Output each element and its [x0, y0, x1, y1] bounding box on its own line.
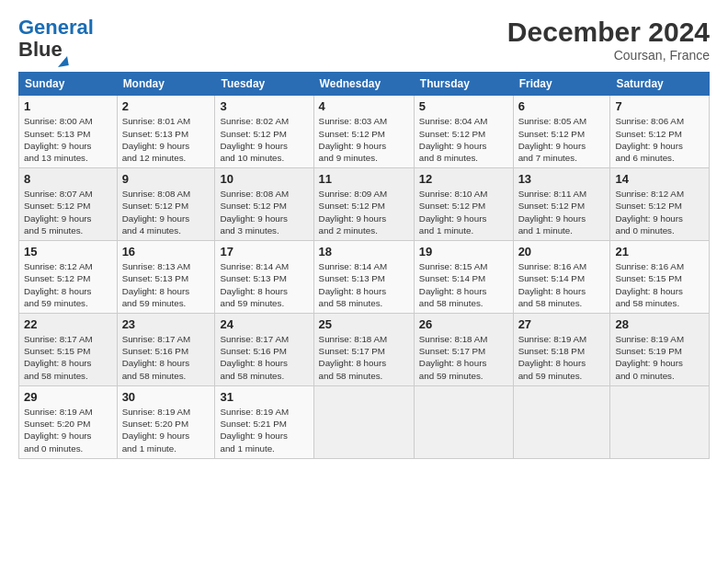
day-number: 30 — [122, 390, 210, 404]
calendar-day-cell: 31Sunrise: 8:19 AM Sunset: 5:21 PM Dayli… — [215, 385, 313, 458]
day-info: Sunrise: 8:13 AM Sunset: 5:13 PM Dayligh… — [122, 260, 210, 309]
logo-general: General — [18, 16, 94, 39]
day-number: 7 — [615, 99, 704, 113]
calendar-day-cell — [610, 385, 710, 458]
day-number: 25 — [319, 317, 409, 331]
day-info: Sunrise: 8:09 AM Sunset: 5:12 PM Dayligh… — [319, 188, 409, 236]
day-number: 2 — [122, 99, 210, 113]
day-number: 17 — [220, 245, 308, 259]
day-number: 29 — [24, 390, 112, 404]
calendar-week-row: 15Sunrise: 8:12 AM Sunset: 5:12 PM Dayli… — [19, 241, 710, 314]
day-info: Sunrise: 8:02 AM Sunset: 5:12 PM Dayligh… — [220, 115, 308, 164]
day-info: Sunrise: 8:14 AM Sunset: 5:13 PM Dayligh… — [220, 260, 308, 309]
logo-arrow-icon — [56, 56, 69, 67]
calendar-day-cell: 30Sunrise: 8:19 AM Sunset: 5:20 PM Dayli… — [117, 385, 215, 458]
calendar-day-cell: 10Sunrise: 8:08 AM Sunset: 5:12 PM Dayli… — [215, 168, 313, 241]
day-info: Sunrise: 8:01 AM Sunset: 5:13 PM Dayligh… — [122, 115, 210, 164]
day-info: Sunrise: 8:19 AM Sunset: 5:21 PM Dayligh… — [220, 406, 308, 454]
calendar-day-cell — [513, 385, 610, 458]
calendar-day-cell: 3Sunrise: 8:02 AM Sunset: 5:12 PM Daylig… — [215, 96, 313, 168]
day-info: Sunrise: 8:05 AM Sunset: 5:12 PM Dayligh… — [518, 115, 606, 164]
calendar-day-cell: 9Sunrise: 8:08 AM Sunset: 5:12 PM Daylig… — [117, 168, 215, 241]
calendar-header-cell: Tuesday — [215, 73, 313, 96]
day-number: 19 — [419, 245, 508, 259]
calendar-day-cell: 16Sunrise: 8:13 AM Sunset: 5:13 PM Dayli… — [117, 241, 215, 314]
day-info: Sunrise: 8:17 AM Sunset: 5:15 PM Dayligh… — [24, 333, 112, 382]
calendar-header-cell: Friday — [513, 73, 610, 96]
day-number: 28 — [615, 317, 704, 331]
calendar-day-cell: 24Sunrise: 8:17 AM Sunset: 5:16 PM Dayli… — [215, 314, 313, 386]
day-info: Sunrise: 8:19 AM Sunset: 5:20 PM Dayligh… — [122, 406, 210, 454]
day-number: 12 — [419, 172, 508, 186]
day-number: 8 — [24, 172, 112, 186]
calendar-header-cell: Sunday — [19, 73, 118, 96]
calendar-header-cell: Thursday — [414, 73, 513, 96]
day-number: 13 — [518, 172, 606, 186]
calendar-day-cell: 18Sunrise: 8:14 AM Sunset: 5:13 PM Dayli… — [313, 241, 414, 314]
day-number: 11 — [319, 172, 409, 186]
calendar-week-row: 29Sunrise: 8:19 AM Sunset: 5:20 PM Dayli… — [19, 385, 710, 458]
calendar-day-cell: 19Sunrise: 8:15 AM Sunset: 5:14 PM Dayli… — [414, 241, 513, 314]
calendar-day-cell: 25Sunrise: 8:18 AM Sunset: 5:17 PM Dayli… — [313, 314, 414, 386]
calendar-day-cell: 11Sunrise: 8:09 AM Sunset: 5:12 PM Dayli… — [313, 168, 414, 241]
calendar-week-row: 1Sunrise: 8:00 AM Sunset: 5:13 PM Daylig… — [19, 96, 710, 168]
calendar-body: 1Sunrise: 8:00 AM Sunset: 5:13 PM Daylig… — [19, 96, 710, 458]
day-info: Sunrise: 8:19 AM Sunset: 5:18 PM Dayligh… — [518, 333, 606, 382]
day-info: Sunrise: 8:04 AM Sunset: 5:12 PM Dayligh… — [419, 115, 508, 164]
day-number: 24 — [220, 317, 308, 331]
calendar-day-cell: 29Sunrise: 8:19 AM Sunset: 5:20 PM Dayli… — [19, 385, 118, 458]
calendar-day-cell: 1Sunrise: 8:00 AM Sunset: 5:13 PM Daylig… — [19, 96, 118, 168]
calendar-day-cell: 2Sunrise: 8:01 AM Sunset: 5:13 PM Daylig… — [117, 96, 215, 168]
calendar-header-cell: Saturday — [610, 73, 710, 96]
day-info: Sunrise: 8:18 AM Sunset: 5:17 PM Dayligh… — [419, 333, 508, 382]
day-info: Sunrise: 8:03 AM Sunset: 5:12 PM Dayligh… — [319, 115, 409, 164]
calendar-day-cell: 13Sunrise: 8:11 AM Sunset: 5:12 PM Dayli… — [513, 168, 610, 241]
day-number: 4 — [319, 99, 409, 113]
day-number: 22 — [24, 317, 112, 331]
day-number: 14 — [615, 172, 704, 186]
day-info: Sunrise: 8:19 AM Sunset: 5:19 PM Dayligh… — [615, 333, 704, 382]
calendar-table: SundayMondayTuesdayWednesdayThursdayFrid… — [18, 72, 710, 458]
day-info: Sunrise: 8:00 AM Sunset: 5:13 PM Dayligh… — [24, 115, 112, 164]
day-info: Sunrise: 8:15 AM Sunset: 5:14 PM Dayligh… — [419, 260, 508, 309]
day-info: Sunrise: 8:12 AM Sunset: 5:12 PM Dayligh… — [615, 188, 704, 236]
day-number: 6 — [518, 99, 606, 113]
day-info: Sunrise: 8:18 AM Sunset: 5:17 PM Dayligh… — [319, 333, 409, 382]
calendar-day-cell: 4Sunrise: 8:03 AM Sunset: 5:12 PM Daylig… — [313, 96, 414, 168]
day-number: 31 — [220, 390, 308, 404]
day-number: 23 — [122, 317, 210, 331]
day-number: 26 — [419, 317, 508, 331]
day-info: Sunrise: 8:16 AM Sunset: 5:15 PM Dayligh… — [615, 260, 704, 309]
calendar-header-cell: Wednesday — [313, 73, 414, 96]
calendar-day-cell: 20Sunrise: 8:16 AM Sunset: 5:14 PM Dayli… — [513, 241, 610, 314]
calendar-day-cell: 17Sunrise: 8:14 AM Sunset: 5:13 PM Dayli… — [215, 241, 313, 314]
calendar-day-cell: 27Sunrise: 8:19 AM Sunset: 5:18 PM Dayli… — [513, 314, 610, 386]
calendar-day-cell: 12Sunrise: 8:10 AM Sunset: 5:12 PM Dayli… — [414, 168, 513, 241]
day-info: Sunrise: 8:19 AM Sunset: 5:20 PM Dayligh… — [24, 406, 112, 454]
day-info: Sunrise: 8:14 AM Sunset: 5:13 PM Dayligh… — [319, 260, 409, 309]
day-info: Sunrise: 8:17 AM Sunset: 5:16 PM Dayligh… — [122, 333, 210, 382]
day-info: Sunrise: 8:10 AM Sunset: 5:12 PM Dayligh… — [419, 188, 508, 236]
day-info: Sunrise: 8:16 AM Sunset: 5:14 PM Dayligh… — [518, 260, 606, 309]
calendar-header-row: SundayMondayTuesdayWednesdayThursdayFrid… — [19, 73, 710, 96]
calendar-week-row: 8Sunrise: 8:07 AM Sunset: 5:12 PM Daylig… — [19, 168, 710, 241]
calendar-day-cell: 5Sunrise: 8:04 AM Sunset: 5:12 PM Daylig… — [414, 96, 513, 168]
day-number: 1 — [24, 99, 112, 113]
day-info: Sunrise: 8:06 AM Sunset: 5:12 PM Dayligh… — [615, 115, 704, 164]
calendar-day-cell: 23Sunrise: 8:17 AM Sunset: 5:16 PM Dayli… — [117, 314, 215, 386]
logo: General Blue — [18, 17, 94, 66]
day-info: Sunrise: 8:12 AM Sunset: 5:12 PM Dayligh… — [24, 260, 112, 309]
calendar-day-cell: 28Sunrise: 8:19 AM Sunset: 5:19 PM Dayli… — [610, 314, 710, 386]
calendar-day-cell — [414, 385, 513, 458]
day-info: Sunrise: 8:08 AM Sunset: 5:12 PM Dayligh… — [122, 188, 210, 236]
calendar-week-row: 22Sunrise: 8:17 AM Sunset: 5:15 PM Dayli… — [19, 314, 710, 386]
day-number: 18 — [319, 245, 409, 259]
calendar-day-cell: 8Sunrise: 8:07 AM Sunset: 5:12 PM Daylig… — [19, 168, 118, 241]
calendar-day-cell: 14Sunrise: 8:12 AM Sunset: 5:12 PM Dayli… — [610, 168, 710, 241]
day-number: 5 — [419, 99, 508, 113]
day-number: 20 — [518, 245, 606, 259]
calendar-day-cell: 22Sunrise: 8:17 AM Sunset: 5:15 PM Dayli… — [19, 314, 118, 386]
calendar-day-cell: 6Sunrise: 8:05 AM Sunset: 5:12 PM Daylig… — [513, 96, 610, 168]
calendar-day-cell: 7Sunrise: 8:06 AM Sunset: 5:12 PM Daylig… — [610, 96, 710, 168]
day-info: Sunrise: 8:11 AM Sunset: 5:12 PM Dayligh… — [518, 188, 606, 236]
